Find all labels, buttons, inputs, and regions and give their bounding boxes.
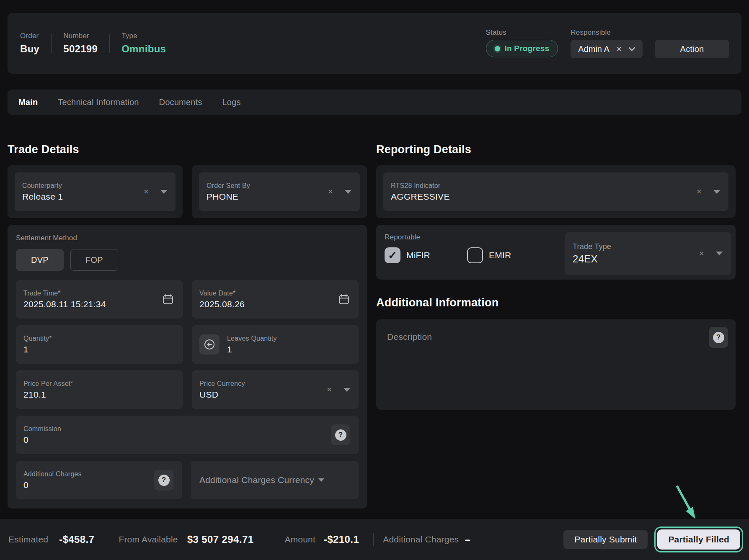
- dropdown-caret-icon[interactable]: [345, 190, 351, 194]
- tab-technical-information[interactable]: Technical Information: [58, 98, 139, 107]
- partially-filled-button[interactable]: Partially Filled: [657, 529, 740, 550]
- order-type-group: Type Omnibus: [121, 32, 166, 55]
- mifir-checkbox[interactable]: ✓: [385, 247, 400, 263]
- partially-filled-highlight-ring: Partially Filled: [654, 527, 743, 552]
- tab-bar: Main Technical Information Documents Log…: [8, 90, 741, 115]
- additional-charges-label: Additional Charges: [23, 470, 82, 478]
- price-currency-select[interactable]: Price Currency USD ✕: [192, 370, 359, 409]
- quantity-value: 1: [23, 344, 52, 354]
- reporting-details-title: Reporting Details: [376, 143, 736, 156]
- order-label: Order: [20, 32, 39, 40]
- dvp-button[interactable]: DVP: [16, 249, 64, 271]
- additional-charges-help-button[interactable]: ?: [154, 470, 173, 491]
- settlement-card: Settlement Method DVP FOP Trade Time* 20…: [8, 225, 367, 509]
- clear-icon[interactable]: ✕: [328, 188, 333, 195]
- description-card: Description ?: [376, 319, 736, 410]
- tab-main[interactable]: Main: [18, 98, 38, 107]
- price-per-asset-field[interactable]: Price Per Asset* 210.1: [16, 370, 183, 409]
- estimated-value: -$458.7: [59, 534, 94, 545]
- clear-icon[interactable]: ✕: [696, 188, 702, 195]
- emir-checkbox[interactable]: [467, 247, 483, 263]
- order-side-value: Buy: [20, 43, 39, 55]
- from-available-value: $3 507 294.71: [187, 534, 254, 545]
- commission-help-button[interactable]: ?: [331, 424, 350, 445]
- partially-submit-button[interactable]: Partially Submit: [563, 530, 648, 549]
- question-icon: ?: [335, 429, 346, 441]
- price-per-asset-value: 210.1: [23, 390, 73, 400]
- settlement-method-label: Settlement Method: [16, 234, 359, 242]
- counterparty-value: Release 1: [22, 192, 63, 202]
- order-number-value: 502199: [63, 43, 98, 55]
- calendar-icon[interactable]: [338, 293, 350, 306]
- dropdown-caret-icon[interactable]: [716, 252, 723, 255]
- clear-icon[interactable]: ✕: [143, 188, 149, 195]
- status-value: In Progress: [505, 44, 550, 53]
- responsible-label: Responsible: [571, 28, 643, 37]
- order-sent-by-card: Order Sent By PHONE ✕: [192, 165, 367, 218]
- description-input[interactable]: Description: [387, 332, 432, 342]
- additional-charges-value: 0: [23, 480, 82, 490]
- dropdown-caret-icon[interactable]: [713, 190, 720, 194]
- rts28-label: RTS28 Indicator: [391, 182, 450, 190]
- status-label: Status: [486, 28, 558, 37]
- copy-quantity-button[interactable]: [199, 334, 220, 354]
- order-number-group: Number 502199: [63, 32, 98, 55]
- clear-responsible-icon[interactable]: ✕: [616, 46, 622, 53]
- clear-icon[interactable]: ✕: [699, 250, 704, 257]
- spacer: [655, 28, 729, 37]
- trade-time-label: Trade Time*: [23, 290, 106, 297]
- dropdown-caret-icon[interactable]: [318, 478, 324, 482]
- calendar-icon[interactable]: [162, 293, 174, 306]
- action-button[interactable]: Action: [655, 40, 729, 58]
- responsible-select[interactable]: Admin A ✕: [571, 40, 643, 58]
- responsible-value: Admin A: [578, 44, 609, 54]
- additional-charges-currency-select[interactable]: Additional Charges Currency: [191, 461, 359, 499]
- quantity-label: Quantity*: [23, 335, 52, 342]
- amount-label: Amount: [284, 534, 315, 545]
- arrow-left-circle-icon: [203, 338, 216, 351]
- additional-charges-field[interactable]: Additional Charges 0 ?: [16, 461, 182, 499]
- question-icon: ?: [158, 475, 170, 486]
- counterparty-label: Counterparty: [22, 182, 63, 190]
- leaves-quantity-value: 1: [227, 344, 277, 354]
- trade-time-field[interactable]: Trade Time* 2025.08.11 15:21:34: [16, 280, 183, 319]
- quantity-field[interactable]: Quantity* 1: [16, 325, 183, 364]
- from-available-label: From Available: [119, 534, 178, 545]
- leaves-quantity-field[interactable]: Leaves Quantity 1: [192, 325, 359, 364]
- fop-button[interactable]: FOP: [70, 249, 118, 271]
- tab-documents[interactable]: Documents: [159, 98, 202, 107]
- clear-icon[interactable]: ✕: [326, 386, 332, 393]
- price-currency-value: USD: [199, 390, 245, 400]
- annotation-arrow-icon: [666, 472, 704, 523]
- settlement-method-toggle: DVP FOP: [16, 249, 359, 271]
- status-group: Status In Progress: [486, 28, 558, 57]
- chevron-down-icon[interactable]: [629, 47, 635, 51]
- value-date-label: Value Date*: [199, 290, 245, 297]
- rts28-value: AGGRESSIVE: [391, 192, 450, 202]
- rts28-indicator-select[interactable]: RTS28 Indicator AGGRESSIVE ✕: [383, 172, 728, 211]
- mifir-label: MiFIR: [406, 250, 430, 260]
- footer-summary-bar: Estimated -$458.7 From Available $3 507 …: [0, 519, 749, 560]
- trade-type-select[interactable]: Trade Type 24EX ✕: [565, 232, 731, 275]
- order-side-group: Order Buy: [20, 32, 39, 55]
- footer-additional-charges-label: Additional Charges: [383, 534, 459, 545]
- divider: [109, 34, 110, 53]
- description-help-button[interactable]: ?: [709, 327, 728, 348]
- trade-details-title: Trade Details: [8, 143, 367, 156]
- tab-logs[interactable]: Logs: [222, 98, 241, 107]
- order-sent-by-select[interactable]: Order Sent By PHONE ✕: [199, 172, 360, 211]
- reportable-card: Reportable ✓ MiFIR EMIR Trade Type 24EX …: [376, 225, 736, 280]
- trade-type-value: 24EX: [573, 253, 611, 265]
- value-date-field[interactable]: Value Date* 2025.08.26: [192, 280, 359, 319]
- dropdown-caret-icon[interactable]: [160, 190, 167, 194]
- counterparty-select[interactable]: Counterparty Release 1 ✕: [15, 172, 176, 211]
- commission-field[interactable]: Commission 0 ?: [16, 416, 359, 454]
- amount-value: -$210.1: [324, 534, 359, 545]
- additional-information-title: Additional Information: [376, 296, 736, 309]
- number-label: Number: [63, 32, 98, 40]
- order-sent-by-label: Order Sent By: [207, 182, 250, 190]
- question-icon: ?: [713, 332, 724, 343]
- order-type-value: Omnibus: [121, 43, 166, 55]
- value-date-value: 2025.08.26: [199, 299, 245, 309]
- dropdown-caret-icon[interactable]: [344, 388, 350, 392]
